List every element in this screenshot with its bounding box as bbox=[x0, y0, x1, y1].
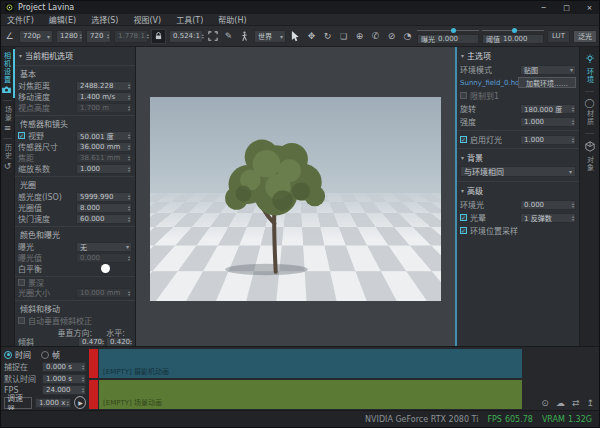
focal-length-input: 38.611 mm bbox=[76, 153, 132, 163]
snap-label: 捕捉在 bbox=[4, 361, 28, 372]
tab-scene[interactable]: 场景 ≡ bbox=[2, 103, 14, 136]
scene-track[interactable]: [EMPTY] 场景动画 bbox=[89, 380, 522, 409]
menu-tools[interactable]: 工具(T) bbox=[176, 14, 203, 25]
fov-input[interactable]: 50.001 度 bbox=[76, 131, 132, 141]
pivot-target-icon[interactable]: ⊕ bbox=[353, 29, 366, 44]
tilt-vertical-input[interactable]: 0.470 bbox=[78, 337, 104, 347]
render-height-input[interactable]: 720 bbox=[86, 30, 111, 43]
auto-tilt-checkbox[interactable] bbox=[18, 317, 25, 324]
camera-track-marker[interactable] bbox=[89, 349, 98, 378]
threshold-slider[interactable] bbox=[482, 28, 544, 33]
camera-orbit-icon[interactable]: ✆ bbox=[369, 29, 382, 44]
dof-checkbox[interactable] bbox=[18, 279, 25, 286]
tab-object[interactable]: 对象 bbox=[584, 138, 596, 175]
fov-checkbox[interactable] bbox=[18, 132, 25, 139]
env-panel-header[interactable]: 主选项 bbox=[457, 47, 579, 63]
tab-environment[interactable]: 环境 bbox=[584, 51, 596, 87]
fps-input[interactable]: 24.000 bbox=[42, 385, 86, 395]
export-icon[interactable]: ↥ bbox=[586, 398, 594, 408]
nav-space-dropdown[interactable]: 世界 bbox=[254, 30, 286, 43]
frame-mode-radio[interactable]: 帧 bbox=[41, 349, 60, 360]
camera-panel-header[interactable]: 当前相机选项 bbox=[15, 47, 135, 63]
pixel-aspect-input[interactable]: 0.524:1 bbox=[169, 30, 203, 43]
field-row: 快门速度 60.000 bbox=[15, 213, 135, 224]
menu-file[interactable]: 文件(F) bbox=[7, 14, 34, 25]
pen-tool-icon[interactable]: ✎ bbox=[222, 29, 235, 44]
scale-tool-icon[interactable]: ❏ bbox=[337, 29, 350, 44]
load-environment-button[interactable]: 加载环境…… bbox=[518, 77, 576, 88]
default-time-row: 默认时间 1.000 s bbox=[4, 373, 86, 384]
clamp-checkbox[interactable] bbox=[460, 92, 467, 99]
cloud-icon[interactable]: ☁ bbox=[556, 398, 565, 408]
section-aperture: 光圈 bbox=[15, 176, 135, 191]
tab-material[interactable]: ◯ 材质 bbox=[584, 96, 596, 129]
tilt-horizontal-input[interactable]: 0.420 bbox=[106, 337, 132, 347]
maximize-button[interactable]: □ bbox=[557, 1, 576, 14]
sensor-size-input[interactable]: 36.000 mm bbox=[76, 142, 132, 152]
menu-view[interactable]: 视图(V) bbox=[133, 14, 161, 25]
env-mode-dropdown[interactable]: 贴图 bbox=[520, 65, 576, 75]
exposure-mode-dropdown[interactable]: 无 bbox=[76, 242, 132, 252]
resolution-preset-dropdown[interactable]: 720p bbox=[19, 30, 53, 43]
tab-history[interactable]: 历史 ↺ bbox=[2, 141, 14, 174]
rotate-tool-icon[interactable]: ↻ bbox=[321, 29, 334, 44]
speed-input[interactable]: 1.000 x bbox=[35, 398, 71, 408]
camera-track-body[interactable]: [EMPTY] 摄影机动画 bbox=[99, 349, 522, 378]
scene-track-body[interactable]: [EMPTY] 场景动画 bbox=[99, 380, 522, 409]
intensity-input[interactable]: 1.000 bbox=[520, 117, 576, 127]
menu-edit[interactable]: 编辑(E) bbox=[49, 14, 76, 25]
menu-help[interactable]: 帮助(H) bbox=[218, 14, 246, 25]
shutter-label: 快门速度 bbox=[18, 213, 50, 224]
zoom-factor-input[interactable]: 1.000 bbox=[76, 164, 132, 174]
focus-distance-input[interactable]: 2488.228 bbox=[76, 81, 132, 91]
lock-aspect-icon[interactable] bbox=[151, 29, 166, 44]
move-tool-icon[interactable]: ✥ bbox=[305, 29, 318, 44]
advanced-header[interactable]: 高级 bbox=[457, 181, 579, 198]
lut-toggle-button[interactable]: LUT bbox=[547, 30, 570, 43]
viewport-angle-icon[interactable]: ∠ bbox=[3, 29, 16, 44]
gauge-icon[interactable]: ◔ bbox=[401, 29, 414, 44]
cast-icon[interactable]: ⇄ bbox=[572, 398, 580, 408]
rotation-input[interactable]: 180.000 度 bbox=[520, 104, 576, 114]
fullscreen-icon[interactable] bbox=[206, 29, 219, 44]
aspect-ratio-locked-input: 1.778:1 bbox=[114, 30, 148, 43]
play-button[interactable]: ▶ bbox=[74, 396, 86, 409]
minimize-button[interactable]: ─ bbox=[534, 1, 553, 14]
background-header[interactable]: 背景 bbox=[457, 148, 579, 165]
render-width-input[interactable]: 1280 bbox=[56, 30, 83, 43]
default-time-input[interactable]: 1.000 s bbox=[42, 374, 86, 384]
tab-camera-label: 相机设置 bbox=[1, 52, 13, 84]
hdr-file-link[interactable]: Sunny_field_0.hdr bbox=[460, 79, 518, 87]
tab-camera-settings[interactable]: 相机设置 bbox=[1, 49, 15, 98]
move-speed-input[interactable]: 1.400 m/s bbox=[76, 92, 132, 102]
render-view[interactable] bbox=[150, 97, 441, 301]
background-mode-dropdown[interactable]: 与环境相同 bbox=[460, 166, 576, 177]
glow-checkbox[interactable] bbox=[460, 214, 467, 221]
iso-input[interactable]: 5999.990 bbox=[76, 192, 132, 202]
dof-row: 景深 bbox=[15, 276, 135, 287]
lights-intensity-input[interactable]: 1.000 bbox=[520, 135, 576, 145]
annotate-icon[interactable]: ⊘ bbox=[385, 29, 398, 44]
env-sampling-checkbox[interactable] bbox=[460, 227, 467, 234]
time-mode-radio[interactable]: 时间 bbox=[4, 349, 31, 360]
snap-input[interactable]: 0.000 s bbox=[42, 362, 86, 372]
walk-mode-icon[interactable] bbox=[238, 29, 251, 44]
viewport[interactable] bbox=[136, 47, 455, 346]
fstop-input[interactable]: 8.000 bbox=[76, 203, 132, 213]
exposure-slider[interactable] bbox=[417, 28, 479, 33]
ambient-input[interactable]: 0.000 bbox=[520, 200, 576, 210]
exposure-input[interactable]: 曝光 0.000 bbox=[417, 34, 479, 44]
white-balance-swatch[interactable] bbox=[101, 264, 110, 273]
aperture-size-input: 10.000 mm bbox=[76, 288, 132, 298]
shutter-input[interactable]: 60.000 bbox=[76, 214, 132, 224]
close-button[interactable]: × bbox=[580, 1, 599, 14]
record-icon[interactable]: ⊙ bbox=[541, 398, 549, 408]
camera-track[interactable]: [EMPTY] 摄影机动画 bbox=[89, 349, 522, 378]
threshold-input[interactable]: 阈值 10.000 bbox=[482, 34, 544, 44]
bloom-toggle-button[interactable]: 泛光 bbox=[573, 30, 597, 43]
use-lights-checkbox[interactable] bbox=[460, 136, 467, 143]
glow-bounces-input[interactable]: 1 反弹数 bbox=[520, 213, 576, 223]
menu-select[interactable]: 选择(S) bbox=[91, 14, 118, 25]
scene-track-marker[interactable] bbox=[89, 380, 98, 409]
select-tool-icon[interactable] bbox=[289, 29, 302, 44]
